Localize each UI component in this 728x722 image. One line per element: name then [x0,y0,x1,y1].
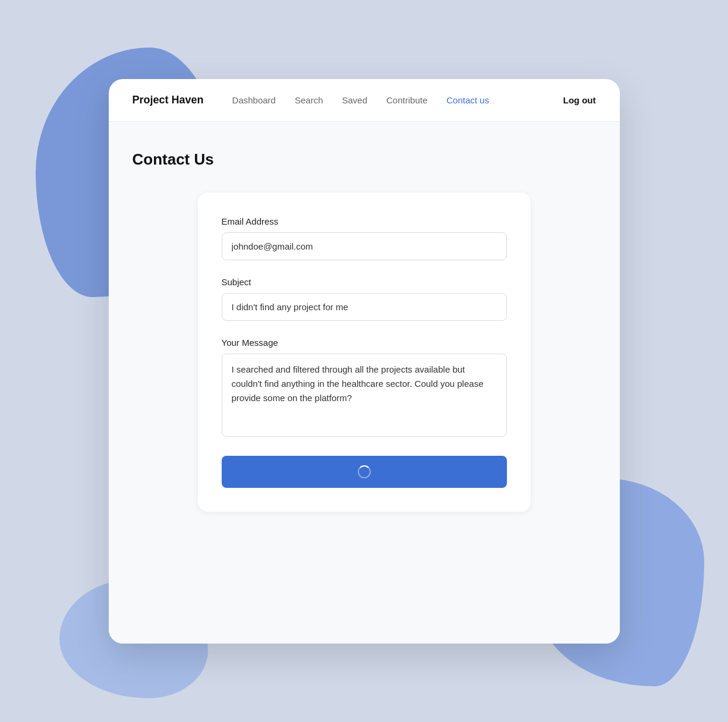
nav-link-saved[interactable]: Saved [342,95,367,105]
nav-logo[interactable]: Project Haven [133,94,204,106]
nav-link-dashboard[interactable]: Dashboard [232,95,276,105]
nav-link-contribute[interactable]: Contribute [386,95,427,105]
message-label: Your Message [222,338,507,348]
subject-label: Subject [222,277,507,287]
subject-form-group: Subject [222,277,507,321]
nav-link-search[interactable]: Search [295,95,323,105]
content-area: Contact Us Email Address Subject Your Me… [109,122,620,644]
message-form-group: Your Message [222,338,507,439]
email-input[interactable] [222,232,507,260]
nav-logout-button[interactable]: Log out [563,95,596,105]
page-title: Contact Us [133,150,596,169]
contact-form-card: Email Address Subject Your Message [198,193,531,512]
subject-input[interactable] [222,293,507,321]
submit-button[interactable] [222,456,507,488]
loading-spinner [358,465,371,478]
email-label: Email Address [222,216,507,226]
navbar: Project Haven Dashboard Search Saved Con… [109,79,620,122]
nav-link-contact[interactable]: Contact us [446,95,489,105]
nav-links: Dashboard Search Saved Contribute Contac… [232,95,596,105]
app-card: Project Haven Dashboard Search Saved Con… [109,79,620,644]
email-form-group: Email Address [222,216,507,260]
message-textarea[interactable] [222,354,507,437]
